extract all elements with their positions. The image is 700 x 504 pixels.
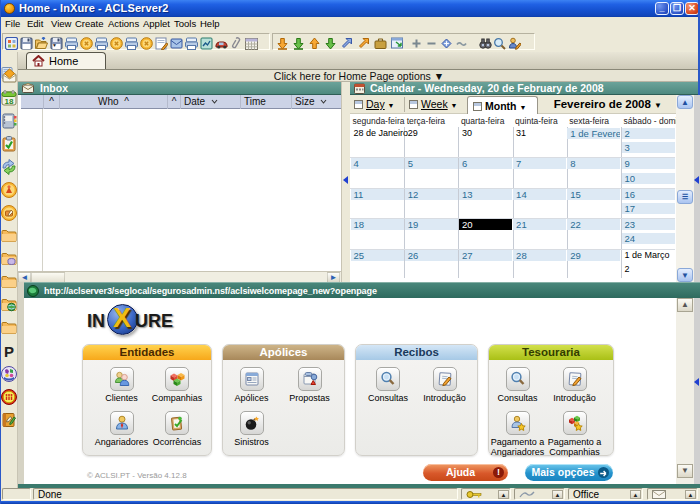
svg-text:18: 18	[5, 97, 14, 106]
svg-text:P: P	[4, 343, 14, 359]
